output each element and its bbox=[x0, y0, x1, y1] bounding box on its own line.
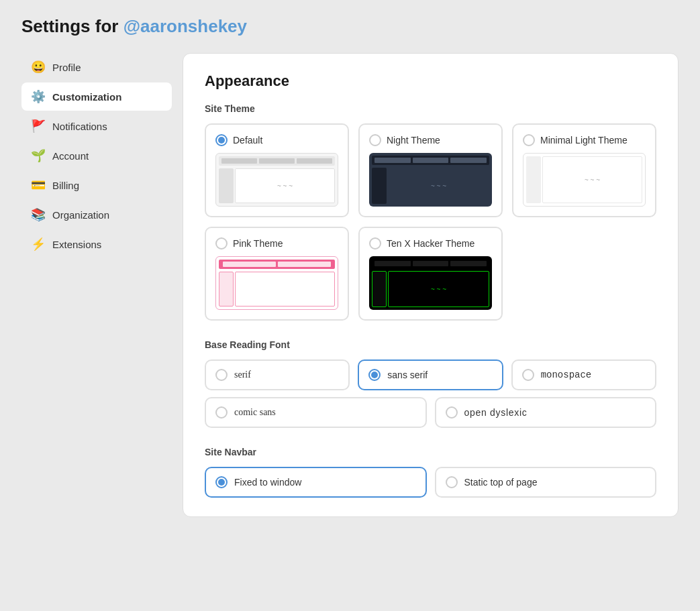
sidebar-item-profile[interactable]: 😀 Profile bbox=[21, 53, 172, 81]
sidebar-item-extensions[interactable]: ⚡ Extensions bbox=[21, 230, 172, 258]
navbar-label-static-top: Static top of page bbox=[464, 477, 538, 488]
radio-font-monospace[interactable] bbox=[522, 369, 534, 381]
font-card-serif[interactable]: serif bbox=[205, 359, 350, 390]
radio-minimal-light[interactable] bbox=[523, 134, 535, 146]
radio-night[interactable] bbox=[369, 134, 381, 146]
theme-card-default[interactable]: Default ~ ~ ~ bbox=[205, 123, 349, 217]
font-card-comic-sans[interactable]: comic sans bbox=[205, 397, 427, 428]
radio-navbar-static-top[interactable] bbox=[446, 476, 458, 488]
sidebar: 😀 Profile ⚙️ Customization 🚩 Notificatio… bbox=[21, 53, 183, 517]
layout: 😀 Profile ⚙️ Customization 🚩 Notificatio… bbox=[21, 53, 679, 517]
site-theme-label: Site Theme bbox=[205, 103, 656, 114]
sidebar-item-notifications[interactable]: 🚩 Notifications bbox=[21, 112, 172, 140]
theme-label-ten-x-hacker: Ten X Hacker Theme bbox=[387, 238, 474, 249]
font-label-open-dyslexic: open dyslexic bbox=[464, 407, 528, 418]
theme-label-default: Default bbox=[233, 135, 262, 146]
page-title: Settings for @aaronshekey bbox=[21, 16, 679, 37]
radio-font-comic-sans[interactable] bbox=[215, 406, 228, 419]
radio-pink[interactable] bbox=[215, 237, 228, 249]
sidebar-label-organization: Organization bbox=[52, 209, 109, 221]
font-label-comic-sans: comic sans bbox=[234, 407, 276, 418]
customization-icon: ⚙️ bbox=[31, 89, 46, 104]
navbar-label: Site Navbar bbox=[205, 447, 656, 457]
notifications-icon: 🚩 bbox=[31, 119, 46, 133]
font-card-sans-serif[interactable]: sans serif bbox=[358, 359, 503, 390]
font-label: Base Reading Font bbox=[205, 339, 656, 350]
radio-font-sans-serif[interactable] bbox=[368, 369, 381, 381]
theme-card-ten-x-hacker[interactable]: Ten X Hacker Theme ~ ~ ~ bbox=[358, 227, 503, 321]
font-label-serif: serif bbox=[234, 370, 251, 380]
billing-icon: 💳 bbox=[31, 178, 46, 192]
radio-default[interactable] bbox=[215, 134, 228, 146]
theme-label-pink: Pink Theme bbox=[233, 238, 283, 249]
main-content: Appearance Site Theme Default ~ ~ ~ Nigh… bbox=[183, 53, 679, 517]
font-card-open-dyslexic[interactable]: open dyslexic bbox=[435, 397, 657, 428]
sidebar-label-profile: Profile bbox=[52, 62, 81, 73]
sidebar-item-organization[interactable]: 📚 Organization bbox=[21, 201, 172, 229]
font-grid-row2: comic sansopen dyslexic bbox=[205, 397, 656, 428]
font-label-monospace: monospace bbox=[541, 370, 592, 380]
navbar-label-fixed-to-window: Fixed to window bbox=[234, 477, 301, 488]
radio-navbar-fixed-to-window[interactable] bbox=[215, 476, 228, 488]
navbar-grid: Fixed to windowStatic top of page bbox=[205, 467, 656, 498]
appearance-title: Appearance bbox=[205, 72, 656, 90]
theme-grid: Default ~ ~ ~ Night Theme ~ ~ ~ Minimal … bbox=[205, 123, 656, 321]
sidebar-item-customization[interactable]: ⚙️ Customization bbox=[21, 82, 172, 111]
theme-card-pink[interactable]: Pink Theme bbox=[205, 227, 349, 321]
page-container: Settings for @aaronshekey 😀 Profile ⚙️ C… bbox=[0, 0, 700, 533]
extensions-icon: ⚡ bbox=[31, 237, 46, 252]
navbar-card-fixed-to-window[interactable]: Fixed to window bbox=[205, 467, 427, 498]
sidebar-label-customization: Customization bbox=[52, 91, 121, 103]
sidebar-label-extensions: Extensions bbox=[52, 239, 101, 250]
font-grid: serifsans serifmonospace bbox=[205, 359, 656, 390]
sidebar-item-billing[interactable]: 💳 Billing bbox=[21, 171, 172, 199]
title-prefix: Settings for bbox=[21, 16, 123, 36]
profile-icon: 😀 bbox=[31, 60, 46, 74]
username-link[interactable]: @aaronshekey bbox=[123, 16, 247, 36]
theme-label-minimal-light: Minimal Light Theme bbox=[540, 135, 628, 146]
font-label-sans-serif: sans serif bbox=[387, 370, 428, 380]
radio-font-serif[interactable] bbox=[215, 369, 228, 381]
sidebar-label-account: Account bbox=[52, 150, 89, 162]
font-card-monospace[interactable]: monospace bbox=[511, 359, 656, 390]
radio-ten-x-hacker[interactable] bbox=[369, 237, 381, 249]
theme-label-night: Night Theme bbox=[387, 135, 440, 146]
account-icon: 🌱 bbox=[31, 148, 46, 163]
organization-icon: 📚 bbox=[31, 207, 46, 222]
sidebar-item-account[interactable]: 🌱 Account bbox=[21, 142, 172, 170]
sidebar-label-notifications: Notifications bbox=[52, 121, 107, 132]
theme-card-night[interactable]: Night Theme ~ ~ ~ bbox=[358, 123, 503, 217]
sidebar-label-billing: Billing bbox=[52, 180, 79, 191]
navbar-card-static-top[interactable]: Static top of page bbox=[435, 467, 657, 498]
radio-font-open-dyslexic[interactable] bbox=[446, 406, 458, 419]
theme-card-minimal-light[interactable]: Minimal Light Theme ~ ~ ~ bbox=[512, 123, 656, 217]
